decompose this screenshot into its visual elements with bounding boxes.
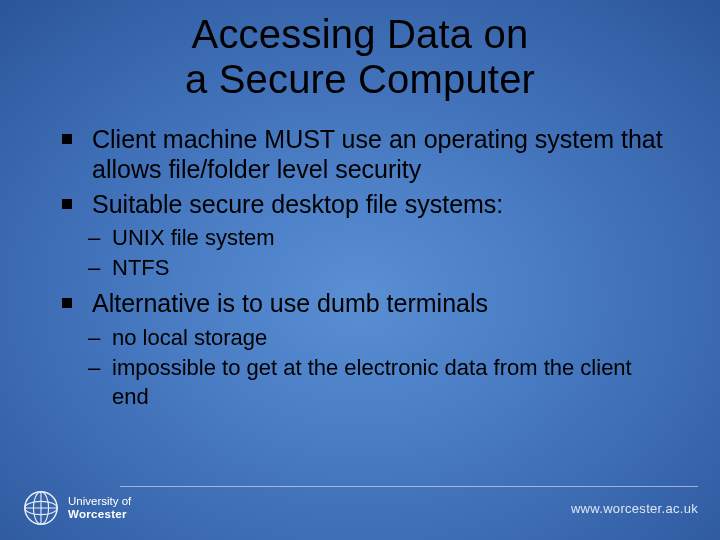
footer-url: www.worcester.ac.uk [571, 501, 698, 516]
bullet-item: Alternative is to use dumb terminals [56, 288, 672, 319]
sub-text: no local storage [112, 325, 267, 350]
bullet-item: Suitable secure desktop file systems: [56, 189, 672, 220]
org-name-line-1: University of [68, 495, 131, 508]
bullet-text: Suitable secure desktop file systems: [92, 190, 503, 218]
bullet-item: Client machine MUST use an operating sys… [56, 124, 672, 185]
sub-text: UNIX file system [112, 225, 275, 250]
bullet-list: Client machine MUST use an operating sys… [48, 124, 672, 220]
bullet-text: Client machine MUST use an operating sys… [92, 125, 663, 184]
sub-item: UNIX file system [84, 223, 672, 253]
sub-list: no local storage impossible to get at th… [48, 323, 672, 412]
footer: University of Worcester www.worcester.ac… [0, 482, 720, 540]
sub-item: impossible to get at the electronic data… [84, 353, 672, 412]
sub-item: NTFS [84, 253, 672, 283]
org-name-line-2: Worcester [68, 508, 131, 521]
slide: Accessing Data on a Secure Computer Clie… [0, 0, 720, 540]
org-logo: University of Worcester [22, 489, 131, 527]
sub-list: UNIX file system NTFS [48, 223, 672, 282]
title-line-2: a Secure Computer [185, 57, 535, 101]
footer-divider [120, 486, 698, 487]
globe-icon [22, 489, 60, 527]
slide-title: Accessing Data on a Secure Computer [48, 12, 672, 102]
title-line-1: Accessing Data on [192, 12, 529, 56]
sub-text: impossible to get at the electronic data… [112, 355, 632, 410]
bullet-text: Alternative is to use dumb terminals [92, 289, 488, 317]
sub-text: NTFS [112, 255, 169, 280]
bullet-list: Alternative is to use dumb terminals [48, 288, 672, 319]
org-name: University of Worcester [68, 495, 131, 521]
sub-item: no local storage [84, 323, 672, 353]
